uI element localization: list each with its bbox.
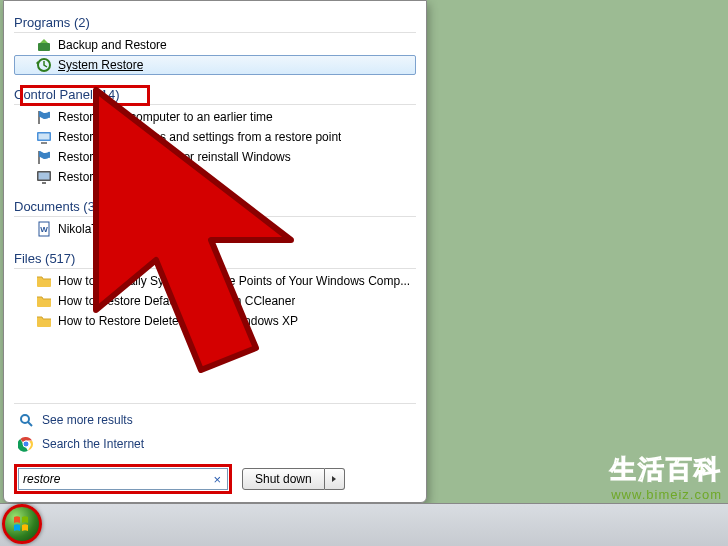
search-icon [18,412,34,428]
search-results: Programs (2)Backup and RestoreSystem Res… [14,11,416,399]
group-header: Files (517) [14,247,416,269]
clear-search-icon[interactable]: × [213,472,221,487]
group-header: Control Panel (14) [14,83,416,105]
start-button[interactable] [2,504,42,544]
search-internet-label: Search the Internet [42,437,144,451]
folder-icon [36,313,52,329]
taskbar [0,503,728,546]
svg-point-10 [21,415,29,423]
flag-icon [36,149,52,165]
search-internet[interactable]: Search the Internet [14,434,416,454]
result-item-label: Backup and Restore [58,38,167,52]
see-more-results[interactable]: See more results [14,410,416,430]
shutdown-group: Shut down [242,468,345,490]
search-box-highlight: × [14,464,232,494]
result-item[interactable]: Restore Start Menu Defaults [14,167,416,187]
folder-icon [36,293,52,309]
result-item-label: Restore Start Menu Defaults [58,170,209,184]
result-item-label: Restore your computer to an earlier time [58,110,273,124]
result-item[interactable]: Restore your computer or reinstall Windo… [14,147,416,167]
windows-logo-icon [12,514,32,534]
result-item[interactable]: How to Restore Deleted Files in Windows … [14,311,416,331]
svg-rect-6 [39,173,50,180]
search-input[interactable] [23,472,209,486]
result-item[interactable]: WNikolaTesla_secrets [14,219,416,239]
chrome-icon [18,436,34,452]
system-icon [36,129,52,145]
chevron-right-icon [330,475,338,483]
bottom-links: See more results Search the Internet [14,403,416,460]
svg-rect-0 [38,43,50,51]
backup-restore-icon [36,37,52,53]
word-doc-icon: W [36,221,52,237]
result-item[interactable]: Backup and Restore [14,35,416,55]
svg-rect-3 [39,134,50,140]
search-box[interactable]: × [18,468,228,490]
result-item[interactable]: How to Manually System Restore Points of… [14,271,416,291]
shutdown-options-button[interactable] [325,468,345,490]
watermark: 生活百科 www.bimeiz.com [610,452,722,502]
result-item[interactable]: System Restore [14,55,416,75]
svg-rect-7 [42,182,46,184]
result-item-label: How to Restore Deleted Files in Windows … [58,314,298,328]
result-item[interactable]: Restore your computer to an earlier time [14,107,416,127]
result-item-label: Restore your computer or reinstall Windo… [58,150,291,164]
result-item-label: Restore system files and settings from a… [58,130,341,144]
result-group: Documents (3)WNikolaTesla_secrets [14,195,416,239]
svg-rect-4 [41,142,47,144]
result-group: Control Panel (14)Restore your computer … [14,83,416,187]
result-item[interactable]: Restore system files and settings from a… [14,127,416,147]
result-item-label: System Restore [58,58,143,72]
group-header: Documents (3) [14,195,416,217]
system-restore-icon [36,57,52,73]
group-header: Programs (2) [14,11,416,33]
start-menu: Programs (2)Backup and RestoreSystem Res… [3,0,427,503]
watermark-url: www.bimeiz.com [610,487,722,502]
svg-text:W: W [40,225,48,234]
result-item-label: How to Manually System Restore Points of… [58,274,410,288]
shutdown-button[interactable]: Shut down [242,468,325,490]
result-item[interactable]: How to Restore Default Settings in CClea… [14,291,416,311]
result-item-label: How to Restore Default Settings in CClea… [58,294,295,308]
result-item-label: NikolaTesla_secrets [58,222,165,236]
result-group: Files (517)How to Manually System Restor… [14,247,416,331]
folder-icon [36,273,52,289]
result-group: Programs (2)Backup and RestoreSystem Res… [14,11,416,75]
flag-icon [36,109,52,125]
see-more-label: See more results [42,413,133,427]
svg-line-11 [28,422,32,426]
search-row: × Shut down [14,460,416,494]
watermark-text: 生活百科 [610,452,722,487]
monitor-icon [36,169,52,185]
